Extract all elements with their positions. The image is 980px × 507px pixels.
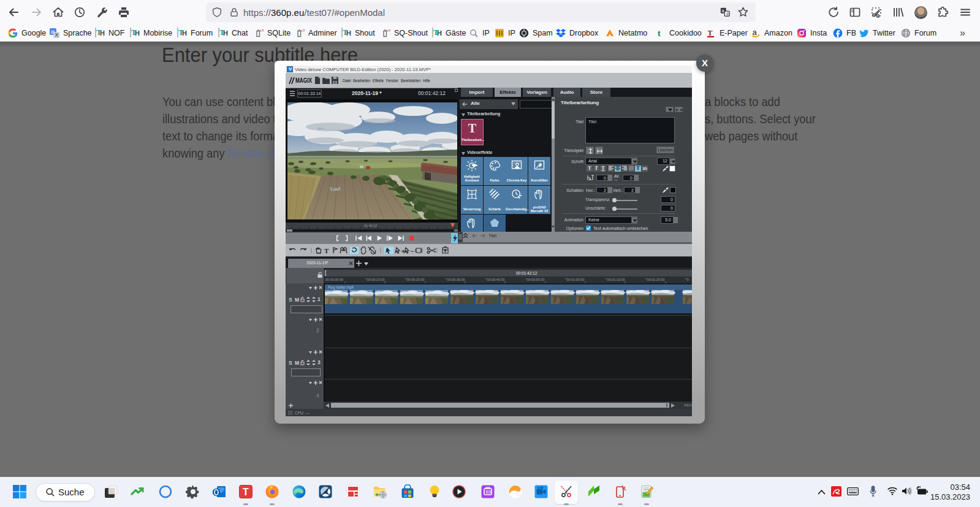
svg-text:a: a — [753, 28, 758, 37]
svg-text:<?: <? — [260, 29, 264, 32]
svg-text:⌜00:00:20:00: ⌜00:00:20:00 — [405, 278, 425, 281]
svg-text:T: T — [708, 28, 713, 37]
svg-text:⌜00:01:10:00: ⌜00:01:10:00 — [606, 278, 625, 281]
svg-text:⌜00:01:20:00: ⌜00:01:20:00 — [645, 278, 665, 281]
svg-text:⌜00:00:30:00: ⌜00:00:30:00 — [446, 278, 465, 281]
svg-text:T: T — [324, 247, 329, 254]
svg-text:⌜00:01:00:00: ⌜00:01:00:00 — [565, 278, 585, 281]
svg-text:⌜00:00:40:00: ⌜00:00:40:00 — [485, 278, 505, 281]
svg-text:a: a — [722, 8, 724, 13]
svg-text:⌜00:00:10:00: ⌜00:00:10:00 — [365, 278, 385, 281]
svg-text:01:42:12: 01:42:12 — [364, 224, 377, 227]
svg-text:t: t — [658, 29, 661, 38]
svg-text:<?: <? — [387, 29, 391, 32]
svg-text:00:00:00:00: 00:00:00:00 — [325, 278, 343, 281]
svg-text:<?: <? — [301, 29, 305, 32]
svg-text:⌜0: ⌜0 — [685, 278, 689, 281]
svg-text:T: T — [243, 487, 249, 497]
svg-text:文: 文 — [726, 12, 729, 16]
svg-text:B5: B5 — [486, 490, 492, 494]
svg-text:⌜00:00:50:00: ⌜00:00:50:00 — [525, 278, 545, 281]
